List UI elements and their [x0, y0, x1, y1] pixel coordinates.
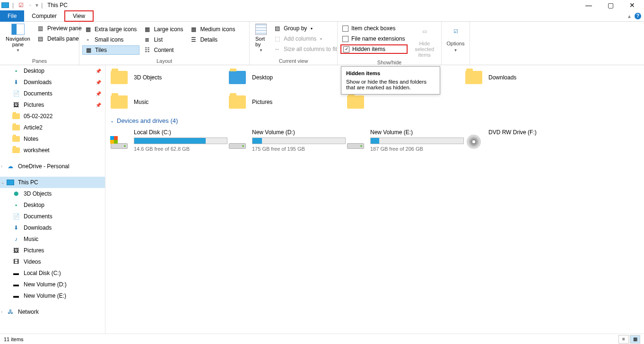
folder-downloads[interactable]: Downloads [464, 66, 582, 89]
music-icon: ♪ [12, 235, 20, 243]
ribbon: Navigation pane ▼ ▥Preview pane ▤Details… [0, 22, 644, 65]
drive-d[interactable]: New Volume (D:) 175 GB free of 195 GB [227, 127, 346, 154]
qat-new-folder-icon[interactable]: ▫ [26, 1, 35, 9]
size-all-columns-button: ↔Size all columns to fit [271, 44, 340, 54]
nav-3d-objects[interactable]: ⬢3D Objects [0, 188, 105, 199]
sort-icon [255, 24, 267, 35]
group-by-button[interactable]: ▤Group by▾ [271, 24, 340, 33]
drive-f-name: DVD RW Drive (F:) [488, 129, 582, 136]
maximize-button[interactable]: ▢ [600, 0, 621, 10]
videos-icon: 🎞 [12, 258, 20, 266]
drive-c[interactable]: Local Disk (C:) 14.6 GB free of 62.8 GB [109, 127, 227, 154]
details-pane-icon: ▤ [37, 35, 44, 43]
layout-medium[interactable]: ▦Medium icons [188, 25, 238, 34]
cube-icon: ⬢ [12, 190, 20, 198]
drive-d-name: New Volume (D:) [252, 129, 346, 136]
onedrive-icon: ☁ [7, 163, 14, 170]
folder-3d-objects[interactable]: 3D Objects [109, 66, 227, 89]
tooltip-body: Show or hide the files and folders that … [346, 79, 435, 90]
nav-network[interactable]: ›🖧Network [0, 306, 105, 318]
tab-view[interactable]: View [64, 10, 94, 22]
nav-downloads-2[interactable]: ⬇Downloads [0, 222, 105, 233]
nav-videos[interactable]: 🎞Videos [0, 256, 105, 267]
nav-folder-1[interactable]: 05-02-2022 [0, 111, 105, 122]
drive-d-info: 175 GB free of 195 GB [252, 146, 346, 152]
hidden-items-toggle[interactable]: ✓Hidden items [340, 44, 408, 54]
minimize-button[interactable]: ― [578, 0, 600, 10]
main-content[interactable]: 3D Objects Desktop Downloads Music Pictu… [105, 65, 644, 334]
layout-large[interactable]: ▦Large icons [141, 25, 186, 34]
drive-e[interactable]: New Volume (E:) 187 GB free of 206 GB [346, 127, 464, 154]
drive-c-name: Local Disk (C:) [134, 129, 227, 136]
status-details-view-button[interactable]: ≡ [618, 335, 629, 344]
current-view-group-label: Current view [250, 58, 337, 65]
preview-pane-icon: ▥ [37, 25, 44, 32]
hidden-items-checkbox[interactable]: ✓ [343, 46, 349, 52]
documents-icon: 📄 [12, 90, 20, 97]
close-button[interactable]: ✕ [621, 0, 643, 10]
layout-extra-large[interactable]: ▦Extra large icons [82, 25, 139, 34]
nav-music[interactable]: ♪Music [0, 233, 105, 245]
nav-this-pc[interactable]: ⌄This PC [0, 177, 105, 188]
nav-pictures[interactable]: 🖼Pictures📌 [0, 99, 105, 111]
folder-music[interactable]: Music [109, 91, 227, 113]
dvd-icon [467, 135, 481, 149]
desktop-icon: ▪ [12, 67, 20, 75]
preview-pane-button[interactable]: ▥Preview pane [35, 24, 85, 33]
options-icon: ☑ [448, 24, 463, 39]
folder-desktop[interactable]: Desktop [227, 66, 346, 89]
item-check-boxes-toggle[interactable]: Item check boxes [340, 24, 408, 33]
layout-tiles[interactable]: ▦Tiles [82, 45, 139, 55]
hide-selected-icon: ▭ [417, 24, 432, 39]
nav-documents[interactable]: 📄Documents📌 [0, 88, 105, 99]
tooltip-title: Hidden items [346, 70, 435, 76]
options-button[interactable]: ☑ Options ▼ [444, 24, 467, 52]
pin-icon: 📌 [96, 69, 101, 74]
drive-c-info: 14.6 GB free of 62.8 GB [134, 146, 227, 152]
navigation-pane[interactable]: ▪Desktop📌 ⬇Downloads📌 📄Documents📌 🖼Pictu… [0, 65, 105, 334]
nav-volume-e[interactable]: ▬New Volume (E:) [0, 290, 105, 301]
nav-desktop-2[interactable]: ▪Desktop [0, 199, 105, 211]
nav-folder-3[interactable]: Notes [0, 133, 105, 145]
layout-details[interactable]: ☰Details [188, 35, 238, 44]
nav-desktop[interactable]: ▪Desktop📌 [0, 65, 105, 77]
nav-folder-2[interactable]: Article2 [0, 122, 105, 133]
details-pane-button[interactable]: ▤Details pane [35, 34, 85, 43]
hide-selected-items-button: ▭ Hide selected items [410, 24, 438, 58]
ribbon-tabs: File Computer View ▴ ? [0, 10, 644, 22]
collapse-ribbon-icon[interactable]: ▴ [628, 13, 631, 19]
file-name-extensions-toggle[interactable]: File name extensions [340, 34, 408, 43]
tab-computer[interactable]: Computer [24, 10, 64, 22]
layout-small[interactable]: ▫Small icons [82, 35, 139, 44]
network-icon: 🖧 [7, 308, 14, 316]
status-item-count: 11 items [4, 336, 24, 342]
status-tiles-view-button[interactable]: ▦ [630, 335, 640, 344]
title-bar: | ☑ ▫ ▾ | This PC ― ▢ ✕ [0, 0, 644, 10]
devices-drives-heading[interactable]: ⌄Devices and drives (4) [110, 117, 640, 124]
drive-e-info: 187 GB free of 206 GB [370, 146, 464, 152]
nav-volume-d[interactable]: ▬New Volume (D:) [0, 279, 105, 290]
add-columns-button: ⬚Add columns▾ [271, 34, 340, 43]
hidden-items-tooltip: Hidden items Show or hide the files and … [341, 66, 440, 95]
help-icon[interactable]: ? [635, 13, 641, 19]
sort-by-button[interactable]: Sort by ▼ [252, 24, 270, 52]
status-bar: 11 items ≡ ▦ [0, 334, 644, 344]
nav-onedrive[interactable]: ›☁OneDrive - Personal [0, 161, 105, 172]
nav-folder-4[interactable]: worksheet [0, 145, 105, 156]
tab-file[interactable]: File [0, 10, 24, 22]
nav-documents-2[interactable]: 📄Documents [0, 211, 105, 222]
nav-downloads[interactable]: ⬇Downloads📌 [0, 77, 105, 88]
qat-properties-icon[interactable]: ☑ [17, 1, 25, 9]
layout-content[interactable]: ☷Content [141, 45, 186, 55]
window-title: This PC [47, 2, 68, 9]
drive-f[interactable]: DVD RW Drive (F:) [464, 127, 582, 154]
folder-pictures[interactable]: Pictures [227, 91, 346, 113]
layout-list[interactable]: ≣List [141, 35, 186, 44]
nav-pictures-2[interactable]: 🖼Pictures [0, 245, 105, 256]
downloads-icon: ⬇ [12, 78, 20, 86]
system-icon[interactable] [1, 1, 9, 9]
nav-local-disk-c[interactable]: ▬Local Disk (C:) [0, 267, 105, 279]
pictures-icon: 🖼 [12, 101, 20, 109]
layout-group-label: Layout [79, 58, 249, 65]
navigation-pane-button[interactable]: Navigation pane ▼ [3, 24, 33, 52]
